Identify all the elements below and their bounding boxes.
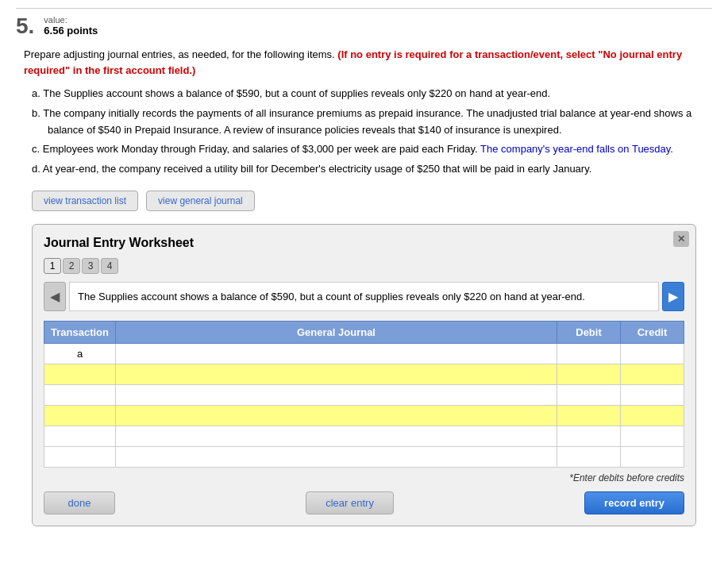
credit-input[interactable] xyxy=(621,447,684,467)
view-transaction-button[interactable]: view transaction list xyxy=(32,191,138,211)
journal-input[interactable] xyxy=(116,385,557,405)
tab-1[interactable]: 1 xyxy=(44,258,61,274)
question-body: Prepare adjusting journal entries, as ne… xyxy=(16,47,712,526)
credit-input[interactable] xyxy=(621,385,684,405)
question-header: 5. value: 6.56 points xyxy=(16,8,712,37)
transaction-cell xyxy=(44,447,116,468)
debit-cell[interactable] xyxy=(557,406,621,426)
item-a: a. The Supplies account shows a balance … xyxy=(32,86,704,102)
debit-input[interactable] xyxy=(557,364,620,384)
debit-cell[interactable] xyxy=(557,344,621,364)
table-row xyxy=(44,385,684,406)
credit-input[interactable] xyxy=(621,406,684,426)
journal-input[interactable] xyxy=(116,406,557,426)
question-value: value: 6.56 points xyxy=(44,15,98,37)
debit-input[interactable] xyxy=(557,406,620,426)
journal-cell[interactable] xyxy=(116,385,557,406)
debit-input[interactable] xyxy=(557,385,620,405)
journal-cell[interactable] xyxy=(116,344,557,364)
transaction-cell xyxy=(44,426,116,447)
credit-input[interactable] xyxy=(621,364,684,384)
journal-cell[interactable] xyxy=(116,426,557,447)
tab-row: 1 2 3 4 xyxy=(44,258,684,274)
col-credit: Credit xyxy=(621,322,684,344)
transaction-cell xyxy=(44,364,116,385)
description-row: ◀ The Supplies account shows a balance o… xyxy=(44,282,684,312)
item-b: b. The company initially records the pay… xyxy=(32,106,704,139)
done-button[interactable]: done xyxy=(44,491,115,514)
close-button[interactable]: ✕ xyxy=(673,231,689,247)
table-row: a xyxy=(44,344,684,364)
debit-cell[interactable] xyxy=(557,426,621,447)
clear-entry-button[interactable]: clear entry xyxy=(306,491,394,514)
question-number: 5. xyxy=(16,15,34,37)
tab-3[interactable]: 3 xyxy=(82,258,99,274)
debit-input[interactable] xyxy=(557,447,620,467)
credit-cell[interactable] xyxy=(621,385,684,406)
table-row xyxy=(44,364,684,385)
credit-cell[interactable] xyxy=(621,344,684,364)
button-row: view transaction list view general journ… xyxy=(32,191,696,211)
action-buttons: done clear entry record entry xyxy=(44,491,684,514)
question-intro: Prepare adjusting journal entries, as ne… xyxy=(24,47,704,78)
credit-cell[interactable] xyxy=(621,426,684,447)
tab-2[interactable]: 2 xyxy=(63,258,80,274)
value-label: value: xyxy=(44,15,98,25)
debit-cell[interactable] xyxy=(557,447,621,468)
col-general-journal: General Journal xyxy=(116,322,557,344)
view-journal-button[interactable]: view general journal xyxy=(146,191,255,211)
transaction-cell xyxy=(44,406,116,426)
value-points: 6.56 points xyxy=(44,25,98,37)
tab-4[interactable]: 4 xyxy=(101,258,118,274)
credit-cell[interactable] xyxy=(621,364,684,385)
credit-input[interactable] xyxy=(621,344,684,364)
table-row xyxy=(44,426,684,447)
transaction-cell xyxy=(44,385,116,406)
journal-cell[interactable] xyxy=(116,364,557,385)
journal-cell[interactable] xyxy=(116,447,557,468)
debit-input[interactable] xyxy=(557,344,620,364)
credit-cell[interactable] xyxy=(621,447,684,468)
table-row xyxy=(44,447,684,468)
credit-cell[interactable] xyxy=(621,406,684,426)
credit-input[interactable] xyxy=(621,426,684,446)
worksheet-title: Journal Entry Worksheet xyxy=(44,236,684,250)
record-entry-button[interactable]: record entry xyxy=(584,491,684,514)
item-d: d. At year-end, the company received a u… xyxy=(32,161,704,178)
item-c: c. Employees work Monday through Friday,… xyxy=(32,141,704,158)
journal-cell[interactable] xyxy=(116,406,557,426)
journal-input[interactable] xyxy=(116,447,557,467)
nav-left-button[interactable]: ◀ xyxy=(44,282,66,312)
col-debit: Debit xyxy=(557,322,621,344)
debit-cell[interactable] xyxy=(557,385,621,406)
journal-input[interactable] xyxy=(116,364,557,384)
debit-cell[interactable] xyxy=(557,364,621,385)
journal-input[interactable] xyxy=(116,426,557,446)
debit-input[interactable] xyxy=(557,426,620,446)
transaction-cell: a xyxy=(44,344,116,364)
enter-note: *Enter debits before credits xyxy=(44,472,684,483)
nav-right-button[interactable]: ▶ xyxy=(662,282,684,312)
worksheet-modal: ✕ Journal Entry Worksheet 1 2 3 4 ◀ The … xyxy=(32,224,696,527)
description-text: The Supplies account shows a balance of … xyxy=(69,282,659,312)
question-items: a. The Supplies account shows a balance … xyxy=(32,86,704,178)
table-row xyxy=(44,406,684,426)
journal-table: Transaction General Journal Debit Credit… xyxy=(44,321,684,468)
journal-input[interactable] xyxy=(116,344,557,364)
col-transaction: Transaction xyxy=(44,322,116,344)
